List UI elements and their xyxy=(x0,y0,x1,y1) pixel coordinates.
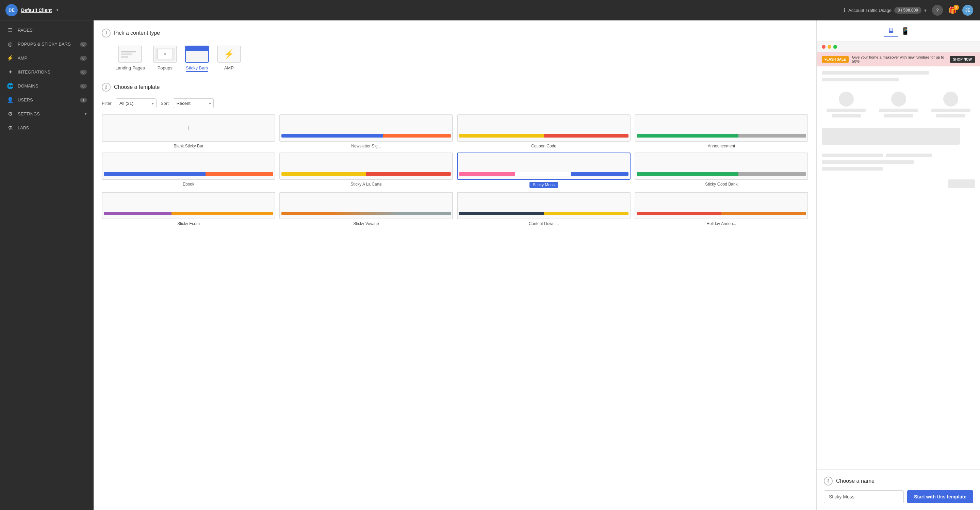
sidebar-label-labs: LABS xyxy=(18,125,87,131)
step2-header: 2 Choose a template xyxy=(102,83,808,92)
popups-thumb xyxy=(153,46,177,63)
page-content-preview xyxy=(817,66,980,470)
sidebar-item-amp[interactable]: ⚡ AMP 0 xyxy=(0,51,94,65)
content-types: Landing Pages Popups xyxy=(102,44,808,73)
client-chevron-icon[interactable]: ▾ xyxy=(56,8,59,12)
client-name[interactable]: Default Client xyxy=(21,8,52,13)
template-thumb-newsletter xyxy=(279,115,453,142)
flash-sale-badge: FLASH SALE xyxy=(822,56,849,63)
template-grid: + Blank Sticky Bar Newsletter Sig... xyxy=(102,115,808,226)
popups-label: Popups xyxy=(158,65,172,70)
skeleton-line-5 xyxy=(822,167,883,171)
browser-dot-yellow xyxy=(827,45,831,49)
mobile-device-button[interactable]: 📱 xyxy=(898,24,913,37)
template-label-sticky-moss: Sticky Moss xyxy=(530,182,558,188)
template-thumb-content-downl xyxy=(457,192,630,219)
browser-chrome xyxy=(817,41,980,53)
template-card-blank[interactable]: + Blank Sticky Bar xyxy=(102,115,275,148)
sidebar-item-popups[interactable]: ◎ POPUPS & STICKY BARS 0 xyxy=(0,37,94,51)
amp-bolt-icon: ⚡ xyxy=(224,49,234,59)
template-thumb-blank: + xyxy=(102,115,275,142)
skeleton-button xyxy=(948,179,975,188)
sidebar-item-integrations[interactable]: ✦ INTEGRATIONS 0 xyxy=(0,65,94,79)
template-thumb-sticky-voyage xyxy=(279,192,453,219)
template-card-holiday-annou[interactable]: Holiday Annou... xyxy=(635,192,808,226)
template-card-sticky-moss[interactable]: Sticky Moss xyxy=(457,153,630,188)
template-label-newsletter: Newsletter Sig... xyxy=(351,143,381,148)
integrations-badge: 0 xyxy=(80,70,87,75)
preview-browser: FLASH SALE Give your home a makeover wit… xyxy=(817,41,980,470)
step3-title: Choose a name xyxy=(836,478,875,484)
choose-name-header: 3 Choose a name xyxy=(824,477,973,486)
template-card-sticky-ecom[interactable]: Sticky Ecom xyxy=(102,192,275,226)
content-type-popups[interactable]: Popups xyxy=(152,44,178,73)
gift-icon[interactable]: 🎁5 xyxy=(948,6,957,14)
desktop-device-button[interactable]: 🖥 xyxy=(884,24,898,37)
step2-title: Choose a template xyxy=(114,84,159,90)
sidebar-label-domains: DOMAINS xyxy=(18,83,76,89)
template-thumb-sticky-good-bank xyxy=(635,153,808,180)
preview-sticky-bar: FLASH SALE Give your home a makeover wit… xyxy=(817,53,980,66)
client-avatar: DE xyxy=(5,4,18,16)
skeleton-row-2 xyxy=(822,153,975,157)
user-avatar[interactable]: JE xyxy=(962,5,973,16)
template-card-coupon[interactable]: Coupon Code xyxy=(457,115,630,148)
sidebar-label-users: USERS xyxy=(18,97,76,102)
template-thumb-coupon xyxy=(457,115,630,142)
sort-select-wrapper: Recent xyxy=(173,99,214,108)
browser-dot-red xyxy=(822,45,826,49)
info-icon: ℹ xyxy=(843,7,846,14)
template-label-announcement: Announcement xyxy=(708,143,735,148)
help-button[interactable]: ? xyxy=(932,5,943,16)
skeleton-cards-row xyxy=(822,92,975,118)
template-thumb-ebook xyxy=(102,153,275,180)
sidebar-item-labs[interactable]: ⚗ LABS xyxy=(0,121,94,135)
skeleton-line-3 xyxy=(822,128,960,145)
gift-badge: 5 xyxy=(953,5,959,10)
skeleton-line-1 xyxy=(822,71,929,75)
template-label-sticky-voyage: Sticky Voyage xyxy=(353,221,379,226)
filter-sort-row: Filter All (31) Sort Recent xyxy=(102,99,808,108)
content-type-sticky-bars[interactable]: Sticky Bars xyxy=(184,44,210,73)
content-type-landing-pages[interactable]: Landing Pages xyxy=(114,44,146,73)
template-card-ebook[interactable]: Ebook xyxy=(102,153,275,188)
sidebar-item-settings[interactable]: ⚙ SETTINGS ▾ xyxy=(0,107,94,121)
traffic-chevron-icon[interactable]: ▾ xyxy=(924,8,927,13)
sidebar-item-pages[interactable]: ☰ PAGES xyxy=(0,23,94,37)
template-label-sticky-ecom: Sticky Ecom xyxy=(177,221,200,226)
amp-label: AMP xyxy=(224,65,234,70)
sidebar-nav: ☰ PAGES ◎ POPUPS & STICKY BARS 0 ⚡ AMP 0… xyxy=(0,21,94,510)
skeleton-circle-2 xyxy=(891,92,906,107)
wizard-panel: 1 Pick a content type Landing Pages xyxy=(94,21,817,510)
template-label-content-downl: Content Downl... xyxy=(529,221,559,226)
template-thumb-sticky-a-la-carte xyxy=(279,153,453,180)
sidebar-header: DE Default Client ▾ xyxy=(0,0,94,21)
skeleton-line-2 xyxy=(822,78,899,81)
template-card-announcement[interactable]: Announcement xyxy=(635,115,808,148)
template-card-sticky-good-bank[interactable]: Sticky Good Bank xyxy=(635,153,808,188)
sort-select[interactable]: Recent xyxy=(173,99,214,108)
sidebar-item-users[interactable]: 👤 USERS 1 xyxy=(0,93,94,107)
content-type-amp[interactable]: ⚡ AMP xyxy=(216,44,242,73)
sidebar-label-settings: SETTINGS xyxy=(18,112,79,116)
template-card-sticky-voyage[interactable]: Sticky Voyage xyxy=(279,192,453,226)
sidebar-item-domains[interactable]: 🌐 DOMAINS 0 xyxy=(0,79,94,93)
template-card-content-downl[interactable]: Content Downl... xyxy=(457,192,630,226)
template-thumb-sticky-ecom xyxy=(102,192,275,219)
template-card-newsletter[interactable]: Newsletter Sig... xyxy=(279,115,453,148)
filter-select-wrapper: All (31) xyxy=(116,99,156,108)
main-area: ℹ Account Traffic Usage 0 / 500,000 ▾ ? … xyxy=(94,0,980,510)
template-name-input[interactable] xyxy=(824,490,904,503)
step1-header: 1 Pick a content type xyxy=(102,29,808,37)
sidebar-label-pages: PAGES xyxy=(18,27,87,33)
choose-name-section: 3 Choose a name Start with this template xyxy=(817,470,980,510)
topbar: ℹ Account Traffic Usage 0 / 500,000 ▾ ? … xyxy=(94,0,980,21)
amp-badge: 0 xyxy=(80,56,87,61)
preview-panel: 🖥 📱 FLASH SALE Give your home a makeover… xyxy=(817,21,980,510)
filter-select[interactable]: All (31) xyxy=(116,99,156,108)
amp-icon: ⚡ xyxy=(7,55,14,61)
start-template-button[interactable]: Start with this template xyxy=(907,490,973,503)
skeleton-footer-row xyxy=(822,179,975,188)
gift-wrap: 🎁5 xyxy=(948,6,957,14)
template-card-sticky-a-la-carte[interactable]: Sticky A La Carte xyxy=(279,153,453,188)
